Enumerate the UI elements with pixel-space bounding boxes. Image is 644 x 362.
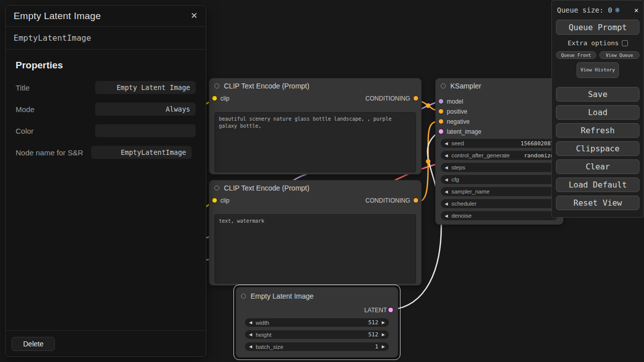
- load-default-button[interactable]: Load Default: [556, 177, 639, 192]
- queue-actions-row: Queue Front View Queue: [556, 51, 639, 59]
- prompt-textarea[interactable]: text, watermark: [214, 214, 416, 284]
- collapse-dot-icon[interactable]: [214, 186, 219, 191]
- control-after-generate-widget[interactable]: ◀ control_after_generate randomize: [441, 151, 558, 160]
- input-slot-label: clip: [220, 95, 229, 102]
- dialog-titlebar: Empty Latent Image ✕: [6, 6, 206, 27]
- decrement-arrow-icon[interactable]: ◀: [445, 190, 448, 194]
- steps-widget[interactable]: ◀ steps: [441, 163, 558, 172]
- wire-midpoint-dot: [426, 104, 431, 108]
- queue-front-button[interactable]: Queue Front: [556, 51, 596, 59]
- width-widget[interactable]: ◀ width 512 ▶: [245, 318, 389, 327]
- property-label: Mode: [16, 103, 95, 115]
- clip-text-encode-node-negative[interactable]: CLIP Text Encode (Prompt) clip CONDITION…: [209, 180, 422, 286]
- decrement-arrow-icon[interactable]: ◀: [445, 202, 448, 206]
- widget-label: control_after_generate: [451, 152, 510, 158]
- decrement-arrow-icon[interactable]: ◀: [249, 332, 252, 337]
- seed-widget[interactable]: ◀ seed 1566802087: [441, 139, 558, 148]
- selection-outline: Empty Latent Image LATENT ◀ width 512 ▶ …: [233, 285, 400, 360]
- node-properties-dialog: Empty Latent Image ✕ EmptyLatentImage Pr…: [5, 5, 206, 357]
- node-type-label: EmptyLatentImage: [6, 27, 206, 50]
- property-label: Node name for S&R: [16, 146, 91, 158]
- sampler-name-widget[interactable]: ◀ sampler_name: [441, 187, 558, 196]
- mode-input[interactable]: Always: [95, 103, 196, 116]
- collapse-dot-icon[interactable]: [214, 83, 219, 88]
- widget-label: width: [256, 320, 269, 326]
- node-header[interactable]: KSampler: [436, 78, 563, 94]
- property-label: Color: [16, 124, 95, 136]
- collapse-dot-icon[interactable]: [441, 83, 446, 88]
- input-slot-label: positive: [447, 108, 467, 115]
- node-header[interactable]: CLIP Text Encode (Prompt): [209, 78, 421, 94]
- empty-latent-image-node[interactable]: Empty Latent Image LATENT ◀ width 512 ▶ …: [236, 287, 398, 357]
- close-icon[interactable]: ✕: [634, 6, 638, 14]
- prompt-textarea[interactable]: beautiful scenery nature glass bottle la…: [214, 112, 416, 172]
- latent-image-input-dot[interactable]: [439, 129, 443, 134]
- widget-label: cfg: [451, 176, 459, 183]
- widget-value: 512: [368, 331, 378, 338]
- widget-value: 1: [375, 343, 378, 350]
- clip-text-encode-node-positive[interactable]: CLIP Text Encode (Prompt) clip CONDITION…: [209, 78, 422, 174]
- positive-input-dot[interactable]: [439, 109, 443, 114]
- clip-input-dot[interactable]: [212, 96, 217, 101]
- settings-snowflake-icon[interactable]: ❄: [615, 6, 620, 15]
- view-queue-button[interactable]: View Queue: [599, 51, 639, 59]
- collapse-dot-icon[interactable]: [241, 294, 246, 299]
- height-widget[interactable]: ◀ height 512 ▶: [245, 330, 389, 339]
- decrement-arrow-icon[interactable]: ◀: [445, 153, 448, 158]
- output-slot-label: CONDITIONING: [365, 197, 410, 204]
- widget-label: sampler_name: [451, 189, 490, 195]
- decrement-arrow-icon[interactable]: ◀: [445, 177, 448, 182]
- increment-arrow-icon[interactable]: ▶: [382, 320, 385, 325]
- ksampler-node[interactable]: KSampler model positive negative latent_…: [435, 78, 564, 225]
- increment-arrow-icon[interactable]: ▶: [382, 332, 385, 337]
- clip-input-dot[interactable]: [212, 198, 217, 203]
- decrement-arrow-icon[interactable]: ◀: [249, 344, 252, 349]
- color-input[interactable]: [95, 124, 196, 137]
- dialog-footer: Delete: [6, 330, 206, 356]
- decrement-arrow-icon[interactable]: ◀: [445, 141, 448, 146]
- close-icon[interactable]: ✕: [191, 11, 198, 21]
- widget-value: 1566802087: [521, 140, 554, 147]
- conditioning-output-dot[interactable]: [414, 198, 418, 203]
- decrement-arrow-icon[interactable]: ◀: [445, 214, 448, 218]
- node-name-input[interactable]: EmptyLatentImage: [91, 146, 192, 159]
- queue-prompt-button[interactable]: Queue Prompt: [556, 20, 639, 35]
- extra-options-checkbox[interactable]: [622, 40, 628, 46]
- input-slot-label: latent_image: [447, 128, 481, 135]
- negative-input-dot[interactable]: [439, 119, 443, 124]
- save-button[interactable]: Save: [556, 87, 639, 102]
- scheduler-widget[interactable]: ◀ scheduler: [441, 199, 558, 208]
- conditioning-output-dot[interactable]: [414, 96, 418, 101]
- node-title: CLIP Text Encode (Prompt): [224, 82, 309, 90]
- decrement-arrow-icon[interactable]: ◀: [445, 165, 448, 170]
- widget-label: height: [256, 332, 271, 338]
- cfg-widget[interactable]: ◀ cfg: [441, 175, 558, 184]
- properties-section: Properties Title Empty Latent Image Mode…: [6, 50, 206, 175]
- output-slot-label: LATENT: [364, 307, 387, 314]
- input-slot-label: negative: [447, 118, 469, 125]
- clear-button[interactable]: Clear: [556, 159, 639, 174]
- reset-view-button[interactable]: Reset View: [556, 196, 639, 210]
- slot-row: clip CONDITIONING: [209, 196, 421, 206]
- latent-output-dot[interactable]: [388, 308, 393, 312]
- clipspace-button[interactable]: Clipspace: [556, 141, 639, 156]
- node-header[interactable]: CLIP Text Encode (Prompt): [209, 180, 421, 196]
- decrement-arrow-icon[interactable]: ◀: [249, 320, 252, 325]
- slot-row: positive: [436, 107, 563, 117]
- increment-arrow-icon[interactable]: ▶: [382, 344, 385, 349]
- model-input-dot[interactable]: [439, 99, 443, 104]
- view-history-button[interactable]: View History: [577, 62, 619, 78]
- delete-button[interactable]: Delete: [12, 337, 55, 351]
- property-row-node-name: Node name for S&R EmptyLatentImage: [16, 146, 196, 159]
- node-title: Empty Latent Image: [251, 292, 313, 300]
- denoise-widget[interactable]: ◀ denoise: [441, 211, 558, 220]
- widget-label: denoise: [451, 213, 471, 219]
- widget-label: seed: [451, 140, 464, 146]
- node-title: CLIP Text Encode (Prompt): [224, 184, 309, 192]
- node-header[interactable]: Empty Latent Image: [236, 287, 398, 305]
- title-input[interactable]: Empty Latent Image: [95, 81, 196, 94]
- comfyui-app: { "colors": { "clip": "#FFD500", "condit…: [0, 0, 644, 362]
- batch-size-widget[interactable]: ◀ batch_size 1 ▶: [245, 342, 389, 351]
- load-button[interactable]: Load: [556, 105, 639, 120]
- refresh-button[interactable]: Refresh: [556, 123, 639, 138]
